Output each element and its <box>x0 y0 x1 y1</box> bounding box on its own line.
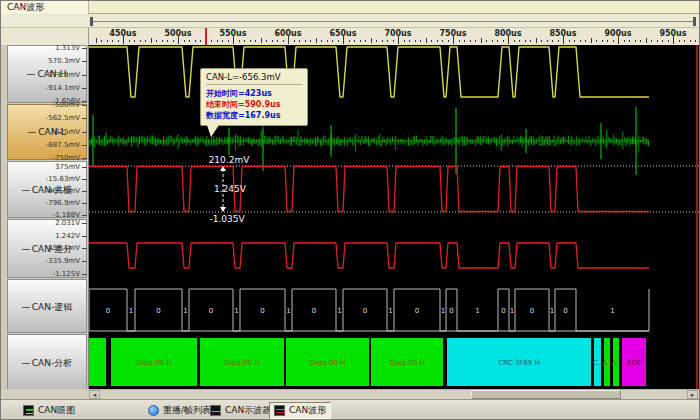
logic-bit-label: 1 <box>183 307 187 315</box>
ruler-cursor[interactable] <box>205 28 207 45</box>
ruler-tick <box>277 40 278 42</box>
logic-bit-label: 0 <box>209 307 213 315</box>
tooltip-title: CAN-L=-656.3mV <box>206 72 302 85</box>
channel-name-label: CAN-逻辑 <box>32 302 72 312</box>
ruler-tick <box>492 40 493 42</box>
ruler-tick <box>365 40 366 42</box>
ruler-tick <box>393 40 394 42</box>
channel-box-CAN-分析[interactable]: CAN-分析 <box>7 334 87 390</box>
ruler-tick <box>151 38 152 43</box>
scale-label: 1.242V <box>55 232 80 240</box>
horizontal-scrollbar[interactable]: ◂ ▸ <box>89 389 699 399</box>
scale-tick <box>82 158 87 159</box>
ruler-tick <box>629 40 630 42</box>
ruler-tick <box>310 40 311 42</box>
scale-tick <box>82 236 87 237</box>
ruler-tick <box>107 40 108 42</box>
sidebar-bottom-spacer <box>1 389 89 399</box>
can-waveform-icon <box>274 405 285 416</box>
taskbar-item-label: 重播/帧列表 <box>163 404 211 417</box>
logic-bit-label: 0 <box>530 307 534 315</box>
logic-bit-label: 0 <box>260 307 264 315</box>
scroll-right-button[interactable]: ▸ <box>687 390 698 399</box>
replay-icon <box>148 405 159 416</box>
taskbar-item-replay-framelist[interactable]: 重播/帧列表 <box>144 402 215 419</box>
logic-bit-label: 1 <box>286 307 290 315</box>
top-tab-row: CAN波形 <box>1 1 700 14</box>
scroll-thumb[interactable] <box>471 390 621 399</box>
logic-bit-label: 1 <box>510 307 514 315</box>
ruler-tick <box>503 40 504 42</box>
ruler-tick <box>646 38 647 43</box>
logic-bit-label: 1 <box>550 307 554 315</box>
time-ruler[interactable]: 450us500us550us600us650us700us750us800us… <box>89 28 699 45</box>
ruler-tick <box>338 40 339 42</box>
ruler-tick <box>602 40 603 42</box>
ruler-tick <box>475 40 476 42</box>
ruler-tick <box>448 40 449 42</box>
scale-label: -406.3mV <box>46 187 80 195</box>
ruler-tick <box>349 40 350 42</box>
scroll-left-button[interactable]: ◂ <box>89 390 100 399</box>
ruler-label: 700us <box>384 29 411 38</box>
pan-handle-left[interactable] <box>90 17 93 26</box>
ruler-tick <box>360 40 361 42</box>
scale-tick <box>82 179 87 180</box>
scale-tick <box>82 145 87 146</box>
ruler-tick <box>250 40 251 42</box>
logic-bit-label: 1 <box>129 307 133 315</box>
ruler-tick <box>261 38 262 43</box>
scale-label: -1.125V <box>53 270 80 278</box>
scale-tick <box>82 48 87 49</box>
analysis-block-label: C.. <box>593 359 602 367</box>
waveform-plot[interactable]: 210.2mV1.245V-1.035V01010101010101010101… <box>89 45 699 389</box>
timeline-pan-bar[interactable] <box>1 14 700 28</box>
taskbar-item-can-waveform[interactable]: CAN波形 <box>269 402 331 419</box>
ruler-tick <box>519 40 520 42</box>
channel-dash <box>28 132 36 133</box>
analysis-block-label: A.. <box>611 359 620 367</box>
ruler-tick <box>272 40 273 42</box>
taskbar-item-can-eye[interactable]: CAN眼图 <box>19 402 79 419</box>
ruler-tick <box>316 38 317 43</box>
ruler-label: 950us <box>659 29 686 38</box>
ruler-tick <box>591 38 592 43</box>
scale-label: -171.9mV <box>46 71 80 79</box>
logic-bit-label: 1 <box>475 307 479 315</box>
ruler-tick <box>140 40 141 42</box>
channel-box-CAN-逻辑[interactable]: CAN-逻辑 <box>7 279 87 333</box>
tab-can-waveform[interactable]: CAN波形 <box>1 1 89 14</box>
tooltip-line-2: 数据宽度=167.9us <box>206 110 302 121</box>
ruler-tick <box>596 40 597 42</box>
scale-label: 453.1mV <box>48 244 80 252</box>
ruler-tick <box>580 40 581 42</box>
scale-tick <box>82 101 87 102</box>
bottom-taskbar: CAN眼图 重播/帧列表 CAN示波器 CAN波形 <box>1 399 700 420</box>
analysis-block[interactable] <box>89 338 106 386</box>
scale-label: -625mV <box>53 128 81 136</box>
scale-label: -796.9mV <box>46 199 80 207</box>
ruler-tick <box>690 40 691 42</box>
channel-name: CAN-分析 <box>8 357 86 370</box>
ruler-tick <box>371 38 372 43</box>
ruler-label: 550us <box>219 29 246 38</box>
measurement-tooltip: CAN-L=-656.3mV 开始时间=423us结束时间=590.9us数据宽… <box>200 68 308 126</box>
scale-label: 2.031V <box>55 219 80 227</box>
ruler-label: 850us <box>549 29 576 38</box>
taskbar-item-can-scope[interactable]: CAN示波器 <box>206 402 275 419</box>
ruler-tick <box>558 40 559 42</box>
ruler-label: 900us <box>604 29 631 38</box>
pan-handle-right[interactable] <box>693 17 696 26</box>
ruler-tick <box>189 40 190 42</box>
ruler-tick <box>657 40 658 42</box>
ruler-tick <box>217 40 218 42</box>
ruler-tick <box>327 40 328 42</box>
ruler-tick <box>552 40 553 42</box>
logic-bit-label: 0 <box>449 307 453 315</box>
tooltip-line-0: 开始时间=423us <box>206 88 302 99</box>
scale-tick <box>82 118 87 119</box>
ruler-tick <box>415 40 416 42</box>
tooltip-line-1: 结束时间=590.9us <box>206 99 302 110</box>
ruler-tick <box>530 40 531 42</box>
ruler-tick <box>244 40 245 42</box>
